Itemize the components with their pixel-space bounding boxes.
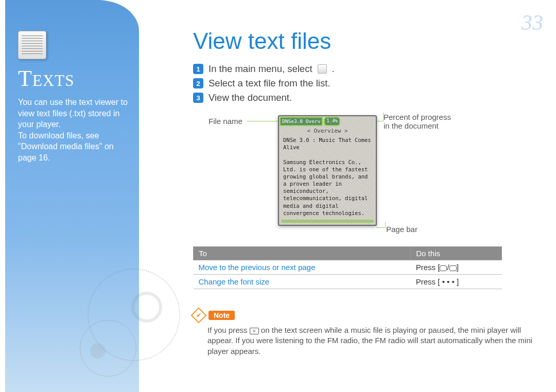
- note: ✔ Note If you press ≡ on the text screen…: [193, 310, 543, 357]
- row-do: Press [/]: [411, 260, 502, 275]
- callout-percent-l1: Percent of progress: [384, 113, 451, 121]
- do-suffix: ]: [457, 263, 459, 272]
- sidebar-title: Texts: [18, 65, 130, 92]
- sidebar-body: You can use the text viewer to view text…: [18, 97, 130, 164]
- menu-key-icon: ≡: [250, 328, 259, 334]
- device-page-bar: [281, 220, 374, 223]
- device-percent: 1.4%: [324, 117, 340, 126]
- device-screenshot: DNSe3.0 Overv 1.4% < Overview > DNSe 3.0…: [278, 115, 377, 226]
- step-badge: 1: [193, 64, 203, 74]
- note-icon: ✔: [190, 307, 206, 323]
- step-1-suffix: .: [332, 63, 335, 75]
- step-2: 2 Select a text file from the list.: [193, 78, 543, 89]
- th-do: Do this: [411, 247, 502, 260]
- operations-table: To Do this Move to the previous or next …: [193, 246, 502, 289]
- step-1: 1 In the main menu, select .: [193, 63, 543, 75]
- step-3: 3 View the document.: [193, 92, 543, 103]
- note-text: If you press ≡ on the text screen while …: [193, 325, 543, 357]
- do-prefix: Press [: [416, 263, 440, 272]
- device-body-1: DNSe 3.0 : Music That Comes Alive: [283, 137, 371, 150]
- device-subtitle: < Overview >: [279, 128, 376, 134]
- left-key-icon: [440, 265, 447, 271]
- note-badge: Note: [208, 311, 235, 320]
- leader-line: [376, 227, 385, 228]
- table-row: Change the font size Press [ • • • ]: [194, 275, 502, 289]
- text-file-icon: [318, 64, 327, 74]
- table-row: Move to the previous or next page Press …: [194, 260, 502, 275]
- step-1-text: In the main menu, select: [208, 63, 312, 75]
- row-action: Move to the previous or next page: [194, 260, 411, 275]
- leader-line: [247, 121, 280, 121]
- step-2-text: Select a text file from the list.: [208, 78, 330, 89]
- page-title: View text files: [193, 28, 543, 54]
- right-key-icon: [449, 265, 457, 271]
- device-filename: DNSe3.0 Overv: [280, 117, 323, 126]
- callout-pagebar: Page bar: [386, 225, 418, 234]
- device-body: DNSe 3.0 : Music That Comes Alive Samsun…: [279, 136, 376, 217]
- leader-line: [383, 113, 384, 121]
- sidebar: Texts You can use the text viewer to vie…: [5, 0, 139, 392]
- step-badge: 2: [193, 78, 203, 88]
- sidebar-body-1: You can use the text viewer to view text…: [18, 98, 128, 129]
- callout-filename: File name: [208, 117, 242, 126]
- table-header: To Do this: [194, 247, 502, 260]
- note-text-1: If you press: [207, 326, 250, 334]
- row-do: Press [ • • • ]: [411, 275, 502, 289]
- device-body-2: Samsung Electronics Co., Ltd. is one of …: [283, 159, 368, 216]
- device-callout-area: File name Percent of progress in the doc…: [193, 113, 543, 241]
- notepad-icon: [18, 31, 46, 59]
- callout-percent: Percent of progress in the document: [384, 113, 451, 130]
- step-3-text: View the document.: [208, 92, 292, 103]
- steps-list: 1 In the main menu, select . 2 Select a …: [193, 63, 543, 103]
- th-to: To: [194, 247, 411, 260]
- step-badge: 3: [193, 93, 203, 103]
- row-action: Change the font size: [194, 275, 411, 289]
- sidebar-body-2: To download files, see "Download media f…: [18, 131, 114, 162]
- leader-line: [385, 222, 386, 227]
- callout-percent-l2: in the document: [384, 121, 439, 130]
- main-content: View text files 1 In the main menu, sele…: [193, 28, 543, 357]
- device-header: DNSe3.0 Overv 1.4%: [279, 116, 376, 127]
